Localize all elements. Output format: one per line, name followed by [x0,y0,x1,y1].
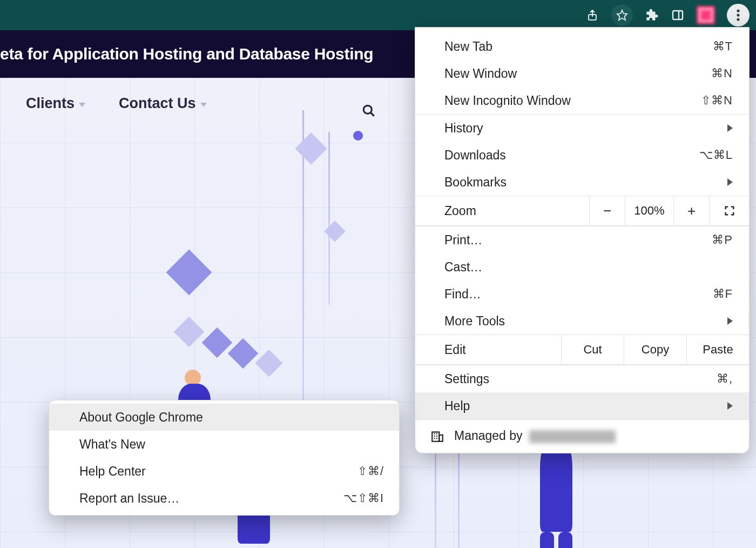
help-report-issue[interactable]: Report an Issue… ⌥⇧⌘I [49,485,399,512]
shortcut: ⌥⇧⌘I [343,491,384,505]
help-help-center[interactable]: Help Center ⇧⌘/ [49,458,399,485]
svg-point-7 [363,105,372,113]
shortcut: ⌘T [713,39,733,54]
managed-text: Managed by [454,429,616,443]
decor-diamond [295,132,327,164]
edit-cut-button[interactable]: Cut [561,335,624,364]
shortcut: ⌥⌘L [699,148,733,162]
menu-print[interactable]: Print… ⌘P [415,226,749,253]
share-icon[interactable] [585,8,599,22]
shortcut: ⌘, [717,372,733,386]
svg-line-8 [370,112,374,116]
menu-label: Cast… [444,260,482,275]
menu-label: New Window [444,66,517,81]
decor-dot [353,131,363,141]
zoom-out-button[interactable]: − [589,196,625,225]
shortcut: ⇧⌘/ [357,464,384,478]
svg-point-6 [737,18,739,21]
decor-person-head [185,370,201,386]
menu-new-incognito[interactable]: New Incognito Window ⇧⌘N [415,87,749,114]
zoom-value: 100% [625,196,673,225]
menu-new-window[interactable]: New Window ⌘N [415,60,749,87]
decor-person-body [540,440,572,532]
svg-point-4 [737,9,739,12]
decor-diamond [255,350,283,377]
menu-cast[interactable]: Cast… [415,253,749,280]
zoom-in-button[interactable]: + [673,196,709,225]
nav-label: Contact Us [119,95,196,112]
menu-new-tab[interactable]: New Tab ⌘T [415,33,749,60]
menu-label: Zoom [415,196,589,225]
caret-down-icon [79,103,85,107]
chevron-right-icon [727,124,733,132]
decor-diamond [174,317,205,347]
shortcut: ⌘P [712,233,733,247]
redacted-org [529,430,616,443]
side-panel-icon[interactable] [671,8,685,22]
menu-more-tools[interactable]: More Tools [415,308,749,335]
menu-settings[interactable]: Settings ⌘, [415,365,749,392]
menu-label: Print… [444,233,482,248]
decor-line [328,132,330,305]
chevron-right-icon [727,402,733,410]
decor-leg [558,532,572,548]
menu-label: More Tools [444,314,505,329]
menu-help[interactable]: Help [415,392,749,419]
shortcut: ⌘N [711,66,733,81]
menu-label: History [444,121,483,136]
svg-point-5 [737,14,739,16]
menu-label: Downloads [444,148,506,163]
bookmark-star-icon[interactable] [611,4,633,26]
profile-avatar[interactable] [697,6,715,24]
chevron-right-icon [727,317,733,325]
menu-bookmarks[interactable]: Bookmarks [415,169,749,196]
extensions-icon[interactable] [645,8,659,22]
menu-label: Report an Issue… [79,491,179,506]
chevron-right-icon [727,178,733,186]
decor-diamond [202,328,233,358]
building-icon [430,429,444,443]
menu-downloads[interactable]: Downloads ⌥⌘L [415,142,749,169]
decor-diamond [228,338,259,369]
menu-label: About Google Chrome [79,410,203,425]
menu-label: Help Center [79,464,146,479]
help-whats-new[interactable]: What's New [49,431,399,458]
managed-prefix: Managed by [454,429,526,443]
decor-leg [540,532,554,548]
shortcut: ⇧⌘N [701,93,733,108]
menu-label: Settings [444,372,489,386]
nav-item-clients[interactable]: Clients [26,95,85,112]
menu-label: New Tab [444,39,492,54]
svg-rect-2 [673,11,683,19]
svg-rect-9 [432,432,439,441]
site-search-button[interactable] [362,104,376,118]
shortcut: ⌘F [713,287,733,301]
site-nav: Clients Contact Us [26,95,207,112]
banner-text: eta for Application Hosting and Database… [0,45,373,63]
edit-paste-button[interactable]: Paste [686,335,749,364]
decor-diamond [166,250,212,296]
help-submenu: About Google Chrome What's New Help Cent… [49,400,400,516]
nav-label: Clients [26,95,75,112]
menu-label: What's New [79,437,145,452]
menu-label: Edit [415,335,561,364]
caret-down-icon [200,103,207,107]
menu-label: Bookmarks [444,175,507,190]
menu-label: Help [444,399,470,413]
help-about-chrome[interactable]: About Google Chrome [49,404,399,431]
menu-zoom-row: Zoom − 100% + [415,196,749,226]
menu-label: Find… [444,287,481,302]
menu-find[interactable]: Find… ⌘F [415,280,749,308]
browser-toolbar [0,0,756,30]
fullscreen-button[interactable] [709,196,749,225]
chrome-main-menu: New Tab ⌘T New Window ⌘N New Incognito W… [415,27,750,453]
menu-label: New Incognito Window [444,93,571,108]
menu-managed-by[interactable]: Managed by [415,419,749,453]
svg-marker-1 [617,10,627,20]
edit-copy-button[interactable]: Copy [624,335,686,364]
menu-history[interactable]: History [415,115,749,142]
nav-item-contact[interactable]: Contact Us [119,95,207,112]
chrome-menu-button[interactable] [727,4,750,26]
svg-rect-10 [439,435,443,441]
menu-edit-row: Edit Cut Copy Paste [415,335,749,365]
